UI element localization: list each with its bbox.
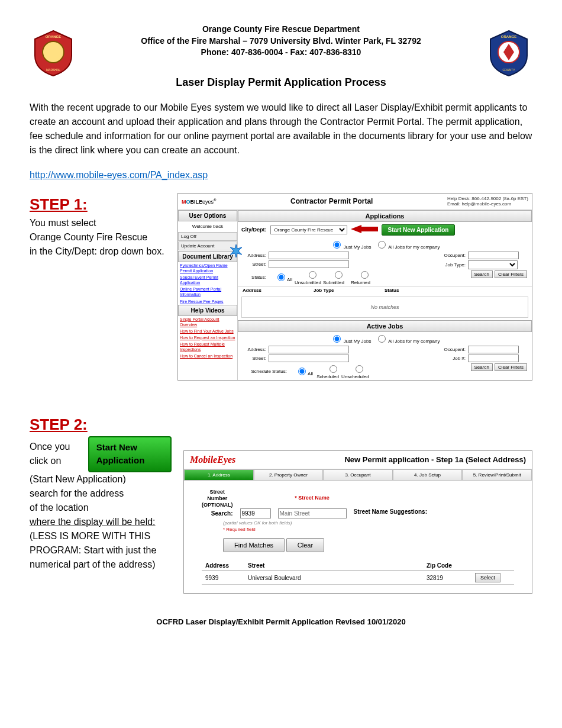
aj-street-label: Street:: [243, 356, 266, 361]
street-number-input[interactable]: [240, 508, 271, 518]
tab-review[interactable]: 5. Review/Print/Submit: [462, 469, 532, 481]
address-input[interactable]: [269, 252, 349, 259]
street-number-label: Street Number (OPTIONAL): [202, 489, 233, 508]
video-link[interactable]: How to Request Multiple Inspections: [178, 341, 237, 353]
tab-property-owner[interactable]: 2. Property Owner: [254, 469, 324, 481]
tab-address[interactable]: 1. Address: [184, 469, 254, 481]
doc-link[interactable]: Special Event Permit Application: [178, 274, 237, 286]
video-link[interactable]: Single Portal Account Overview: [178, 316, 237, 328]
cell-address: 9939: [202, 571, 244, 585]
svg-marker-6: [230, 244, 242, 257]
aj-clear-button[interactable]: Clear Filters: [495, 363, 527, 371]
aj-occupant-label: Occupant:: [436, 347, 466, 352]
th-status: Status: [385, 288, 399, 293]
svg-text:COUNTY: COUNTY: [502, 68, 515, 72]
tab-occupant[interactable]: 3. Occupant: [323, 469, 393, 481]
sched-scheduled-radio[interactable]: Scheduled: [315, 363, 339, 379]
city-dept-select[interactable]: Orange County Fire Rescue: [270, 226, 347, 234]
portal-link[interactable]: http://www.mobile-eyes.com/PA_index.asp: [30, 170, 208, 180]
portal-title: Contractor Permit Portal: [290, 197, 373, 205]
header-line-2: Office of the Fire Marshal – 7079 Univer…: [30, 36, 532, 47]
help-videos-header: Help Videos: [178, 305, 237, 316]
video-link[interactable]: How to Request an Inspection: [178, 334, 237, 341]
status-all-radio[interactable]: All: [269, 272, 292, 282]
mobile-eyes-logo: MobileEyes: [190, 455, 235, 465]
street-label: Street:: [243, 262, 266, 267]
schedule-status-label: Schedule Status:: [243, 369, 287, 374]
svg-text:MARSHAL: MARSHAL: [46, 68, 60, 72]
start-new-application-button[interactable]: Start New Application: [382, 224, 456, 236]
applications-header: Applications: [238, 210, 532, 222]
required-note: * Required field: [223, 527, 514, 532]
sched-all-radio[interactable]: All: [289, 366, 313, 376]
svg-text:ORANGE: ORANGE: [46, 35, 61, 38]
fire-rescue-patch-right: ORANGECOUNTY: [488, 30, 529, 77]
status-sub-radio[interactable]: Submitted: [321, 269, 344, 285]
aj-address-input[interactable]: [269, 346, 349, 353]
cell-street: Universal Boulevard: [244, 571, 423, 585]
occupant-input[interactable]: [468, 252, 519, 259]
th-zip: Zip Code: [423, 561, 471, 571]
step1-line1: You must select: [30, 216, 172, 230]
mobile-eyes-logo: MOBILEeyes®: [182, 198, 216, 205]
no-matches-text: No matches: [241, 297, 528, 318]
select-button[interactable]: Select: [475, 573, 500, 582]
svg-text:ORANGE: ORANGE: [501, 35, 516, 38]
city-dept-label: City/Dept:: [241, 227, 267, 233]
search-button[interactable]: Search: [471, 270, 493, 278]
all-jobs-radio[interactable]: All Jobs for my company: [375, 239, 440, 250]
red-arrow-icon: [351, 225, 378, 234]
logoff-link[interactable]: Log Off: [178, 232, 237, 241]
screenshot-step2: MobileEyes New Permit application - Step…: [183, 450, 532, 594]
video-link[interactable]: How to Find Your Active Jobs: [178, 328, 237, 334]
street-name-label: * Street Name: [278, 495, 347, 501]
just-my-jobs-radio[interactable]: Just My Jobs: [330, 239, 372, 250]
aj-jobid-label: Job #:: [436, 356, 466, 361]
star-callout-icon: [230, 247, 242, 259]
header-line-3: Phone: 407-836-0004 - Fax: 407-836-8310: [30, 47, 532, 59]
street-name-input[interactable]: [278, 508, 347, 518]
active-just-my-radio[interactable]: Just My Jobs: [330, 333, 372, 344]
th-address: Address: [202, 561, 244, 571]
helpdesk-phone: Help Desk: 866-442-9002 (8a-6p EST): [447, 196, 528, 201]
clear-button[interactable]: Clear: [286, 538, 324, 552]
svg-point-0: [43, 41, 64, 63]
cell-zip: 32819: [423, 571, 471, 585]
aj-street-input[interactable]: [269, 355, 349, 362]
aj-search-button[interactable]: Search: [471, 363, 493, 371]
status-label: Status:: [243, 275, 266, 280]
active-all-jobs-radio[interactable]: All Jobs for my company: [375, 333, 440, 344]
update-account-link[interactable]: Update Account: [178, 241, 237, 250]
doc-link[interactable]: Pyrotechnics/Open Flame Permit Applicati…: [178, 262, 237, 274]
fire-marshal-patch-left: ORANGEMARSHAL: [33, 30, 74, 77]
result-row: 9939 Universal Boulevard 32819 Select: [202, 571, 514, 585]
suggestions-label: Street Name Suggestions:: [354, 508, 427, 515]
screenshot-step1: MOBILEeyes® Contractor Permit Portal Hel…: [177, 193, 532, 381]
intro-paragraph: With the recent upgrade to our Mobile Ey…: [30, 101, 532, 157]
jobtype-select[interactable]: [468, 260, 518, 269]
video-link[interactable]: How to Cancel an Inspection: [178, 353, 237, 359]
tab-job-setup[interactable]: 4. Job Setup: [393, 469, 463, 481]
page-title: Laser Display Permit Application Process: [30, 76, 532, 89]
doc-link[interactable]: Online Payment Portal Information: [178, 286, 237, 298]
header-line-1: Orange County Fire Rescue Department: [30, 24, 532, 36]
find-matches-button[interactable]: Find Matches: [223, 538, 285, 552]
status-ret-radio[interactable]: Returned: [347, 269, 370, 285]
th-address: Address: [243, 288, 314, 293]
step1-line2: Orange County Fire Rescue: [30, 230, 172, 244]
th-jobtype: Job Type: [314, 288, 385, 293]
partial-hint: (partial values OK for both fields): [223, 520, 514, 526]
active-jobs-header: Active Jobs: [238, 320, 532, 332]
th-street: Street: [244, 561, 423, 571]
status-unsub-radio[interactable]: Unsubmitted: [295, 269, 318, 285]
new-permit-title: New Permit application - Step 1a (Select…: [344, 455, 526, 464]
street-input[interactable]: [269, 260, 349, 268]
helpdesk-email: Email: help@mobile-eyes.com: [447, 201, 511, 207]
aj-jobid-input[interactable]: [468, 355, 519, 362]
doc-link[interactable]: Fire Rescue Fee Pages: [178, 298, 237, 305]
sched-unscheduled-radio[interactable]: Unscheduled: [341, 363, 365, 379]
user-options-header: User Options: [178, 210, 237, 221]
aj-occupant-input[interactable]: [468, 346, 519, 353]
clear-filters-button[interactable]: Clear Filters: [495, 270, 527, 278]
occupant-label: Occupant:: [436, 253, 466, 258]
